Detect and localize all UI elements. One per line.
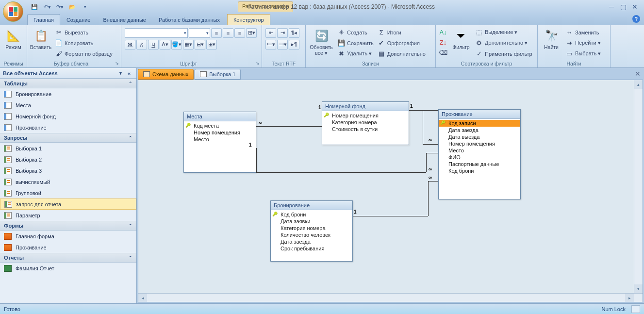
totals-button[interactable]: ΣИтоги	[376, 27, 427, 37]
nav-item[interactable]: Групповой	[0, 187, 136, 198]
alt-row-button[interactable]: ⊟▾	[195, 40, 205, 50]
save-record-button[interactable]: 💾Сохранить	[336, 38, 375, 48]
nav-item[interactable]: Выборка 2	[0, 154, 136, 165]
table-box[interactable]: ПроживаниеКод записиДата заездаДата выез…	[438, 109, 521, 199]
tab-database-tools[interactable]: Работа с базами данных	[152, 14, 226, 25]
nav-item[interactable]: Проживание	[0, 122, 136, 133]
table-field[interactable]: Дата заявки	[271, 218, 352, 225]
ltr-button[interactable]: ¶◂	[289, 28, 299, 38]
gridlines-button[interactable]: ⊞▾	[246, 28, 257, 38]
new-record-button[interactable]: ✳Создать	[336, 27, 375, 37]
font-name-combo[interactable]	[125, 28, 188, 38]
rtl-button[interactable]: ▸¶	[289, 40, 299, 50]
font-color-button[interactable]: A▾	[160, 40, 170, 50]
minimize-button[interactable]: ─	[607, 3, 616, 11]
align-right-button[interactable]: ≡	[234, 28, 245, 38]
tab-external-data[interactable]: Внешние данные	[97, 14, 152, 25]
paste-button[interactable]: 📋Вставить	[29, 27, 52, 59]
nav-group-table[interactable]: Таблицы⌃	[0, 79, 136, 88]
nav-item[interactable]: Параметр	[0, 210, 136, 221]
help-icon[interactable]: ?	[632, 15, 640, 23]
table-field[interactable]: Стоимость в сутки	[322, 126, 409, 132]
nav-item[interactable]: Главная форма	[0, 231, 136, 242]
nav-item[interactable]: Проживание	[0, 242, 136, 253]
cut-button[interactable]: ✂Вырезать	[53, 27, 114, 37]
table-title[interactable]: Места	[184, 112, 256, 121]
close-button[interactable]: ✕	[630, 3, 639, 11]
table-field[interactable]: Срок пребывания	[271, 245, 352, 252]
replace-button[interactable]: ↔Заменить	[564, 27, 602, 37]
indent-inc-button[interactable]: ⇥	[277, 28, 288, 38]
nav-item[interactable]: Выборка 3	[0, 165, 136, 176]
table-box[interactable]: Номерной фондНомер помещенияКатегория но…	[322, 101, 409, 145]
nav-item[interactable]: Номерной фонд	[0, 111, 136, 122]
italic-button[interactable]: К	[136, 40, 147, 50]
nav-group-form[interactable]: Формы⌃	[0, 221, 136, 231]
grid-color-button[interactable]: ▦▾	[183, 40, 194, 50]
table-field[interactable]: Категория номера	[271, 225, 352, 231]
table-title[interactable]: Проживание	[439, 110, 520, 119]
more-button[interactable]: ▤Дополнительно	[376, 49, 427, 59]
maximize-button[interactable]: ▢	[619, 3, 627, 11]
nav-group-report[interactable]: Отчеты⌃	[0, 253, 136, 263]
table-field[interactable]: Место	[184, 136, 256, 143]
view-button[interactable]: 📐Режим	[2, 27, 25, 59]
table-box[interactable]: БронированиеКод брониДата заявкиКатегори…	[270, 200, 353, 262]
font-size-combo[interactable]	[189, 28, 210, 38]
selection-filter-button[interactable]: ⬚Выделение ▾	[474, 27, 534, 37]
tab-create[interactable]: Создание	[60, 14, 97, 25]
border-button[interactable]: ⊞▾	[206, 40, 217, 50]
underline-button[interactable]: Ч	[148, 40, 159, 50]
nav-item[interactable]: вычисляемый	[0, 176, 136, 187]
align-center-button[interactable]: ≡	[223, 28, 233, 38]
sort-asc-button[interactable]: A↓	[438, 27, 448, 37]
nav-item[interactable]: Выборка 1	[0, 143, 136, 154]
view-switcher[interactable]	[631, 305, 640, 313]
bullets-button[interactable]: ≔▾	[265, 40, 276, 50]
refresh-button[interactable]: 🔄Обновить все ▾	[308, 27, 335, 59]
table-box[interactable]: МестаКод местаНомер помещенияМесто	[183, 112, 256, 173]
table-field[interactable]: Дата выезда	[439, 133, 520, 140]
spelling-button[interactable]: ✔Орфография	[376, 38, 427, 48]
table-field[interactable]: Номер помещения	[322, 112, 409, 119]
open-icon[interactable]: 📂	[67, 1, 78, 12]
fill-color-button[interactable]: 🪣▾	[171, 40, 182, 50]
qat-more-icon[interactable]: ▾	[80, 1, 90, 12]
tab-home[interactable]: Главная	[27, 14, 60, 25]
table-field[interactable]: Номер помещения	[184, 129, 256, 136]
indent-dec-button[interactable]: ⇤	[265, 28, 276, 38]
save-icon[interactable]: 💾	[29, 1, 40, 12]
advanced-filter-button[interactable]: ⚙Дополнительно ▾	[474, 38, 534, 48]
table-field[interactable]: Дата заезда	[439, 127, 520, 133]
bold-button[interactable]: Ж	[125, 40, 135, 50]
nav-header[interactable]: Все объекты Access▼«	[0, 68, 136, 79]
toggle-filter-button[interactable]: ✓Применить фильтр	[474, 49, 534, 59]
redo-icon[interactable]: ↷▾	[54, 1, 65, 12]
table-field[interactable]: Код места	[184, 122, 256, 129]
nav-item[interactable]: запрос для отчета	[0, 198, 136, 210]
table-field[interactable]: Номер помещения	[439, 140, 520, 147]
numbering-button[interactable]: ≕▾	[277, 40, 288, 50]
relationship-canvas[interactable]: 1 ∞ 1 ∞ 1 ∞ 1 ∞ МестаКод местаНомер поме…	[138, 80, 643, 302]
find-button[interactable]: 🔭Найти	[540, 27, 563, 59]
align-left-button[interactable]: ≡	[211, 28, 222, 38]
table-field[interactable]: Дата заезда	[271, 238, 352, 245]
tab-design[interactable]: Конструктор	[227, 14, 270, 25]
table-field[interactable]: Категория номера	[322, 119, 409, 126]
nav-item[interactable]: Места	[0, 99, 136, 111]
nav-group-query[interactable]: Запросы⌃	[0, 133, 136, 143]
table-field[interactable]: Код брони	[439, 167, 520, 174]
doc-tab-schema[interactable]: Схема данных	[138, 69, 194, 80]
clear-sort-button[interactable]: ⌫	[438, 48, 448, 58]
table-title[interactable]: Бронирование	[271, 201, 352, 210]
table-field[interactable]: Паспортные данные	[439, 161, 520, 167]
doc-tab-query[interactable]: Выборка 1	[195, 69, 241, 80]
nav-item[interactable]: Бронирование	[0, 88, 136, 99]
sort-desc-button[interactable]: Z↓	[438, 37, 448, 48]
collapse-pane-icon[interactable]: «	[125, 70, 133, 76]
copy-button[interactable]: 📄Копировать	[53, 38, 114, 48]
close-tab-button[interactable]: ✕	[633, 69, 642, 78]
horizontal-scrollbar[interactable]	[138, 293, 643, 302]
table-field[interactable]: ФИО	[439, 154, 520, 161]
table-title[interactable]: Номерной фонд	[322, 102, 409, 111]
